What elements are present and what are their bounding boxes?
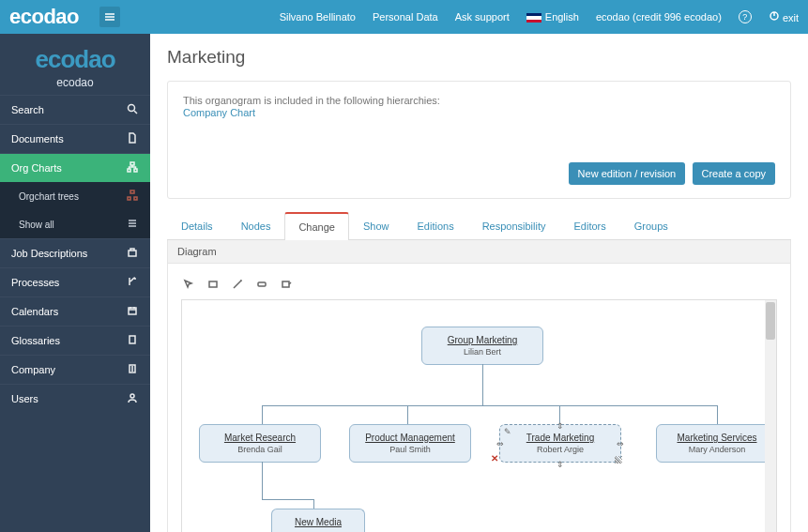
resize-right-handle[interactable]: ⇔ [617, 439, 624, 448]
briefcase-icon [126, 247, 139, 260]
svg-point-11 [130, 394, 134, 398]
sidebar-item-job-descriptions[interactable]: Job Descriptions [0, 238, 150, 267]
sidebar-logo: ecodao [0, 45, 150, 74]
scrollbar-thumb[interactable] [766, 302, 775, 340]
svg-rect-3 [128, 169, 130, 172]
help-icon[interactable]: ? [739, 10, 752, 23]
list-icon [126, 218, 139, 231]
create-copy-button[interactable]: Create a copy [693, 162, 775, 185]
node-title: Trade Marketing [506, 433, 615, 443]
rect-icon [207, 279, 219, 290]
tab-editors[interactable]: Editors [560, 212, 620, 240]
node-title: Group Marketing [428, 335, 537, 345]
tab-responsibility[interactable]: Responsibility [468, 212, 560, 240]
svg-rect-12 [209, 281, 217, 287]
sidebar-item-company[interactable]: Company [0, 355, 150, 384]
tree-icon [126, 190, 139, 203]
resize-corner-handle[interactable] [615, 456, 622, 464]
resize-top-handle[interactable]: ⇕ [556, 421, 564, 431]
svg-rect-6 [128, 197, 130, 200]
tool-rect-button[interactable] [206, 277, 221, 292]
sidebar-item-processes[interactable]: Processes [0, 267, 150, 296]
vertical-scrollbar[interactable] [765, 300, 776, 532]
node-market-research[interactable]: Market Research Brenda Gail [199, 424, 321, 463]
sidebar-subtitle: ecodao [0, 76, 150, 89]
page-title: Marketing [167, 47, 791, 68]
sidebar-item-search[interactable]: Search [0, 95, 150, 124]
document-icon [126, 132, 139, 145]
new-edition-button[interactable]: New edition / revision [569, 162, 686, 185]
svg-rect-13 [258, 282, 266, 286]
node-title: Product Management [356, 433, 465, 443]
sidebar-item-orgchart-trees[interactable]: Orgchart trees [0, 182, 150, 210]
topbar-language[interactable]: English [526, 11, 579, 23]
node-group-marketing[interactable]: Group Marketing Lilian Bert [421, 327, 543, 365]
connector-line [407, 405, 408, 424]
svg-rect-7 [134, 197, 137, 200]
svg-rect-9 [129, 308, 136, 314]
diagram-canvas[interactable]: Group Marketing Lilian Bert Market Resea… [181, 299, 777, 532]
connect-icon [232, 279, 243, 290]
node-person: Robert Argie [506, 445, 615, 454]
tab-show[interactable]: Show [349, 212, 404, 240]
topbar-user[interactable]: Silvano Bellinato [280, 11, 356, 23]
tab-editions[interactable]: Editions [404, 212, 468, 240]
resize-left-handle[interactable]: ⇔ [496, 439, 504, 448]
node-person: Paul Smith [356, 445, 465, 454]
sidebar-item-users[interactable]: Users [0, 384, 150, 413]
note-icon [281, 279, 292, 290]
connector-line [262, 499, 313, 500]
user-icon [126, 392, 139, 405]
sidebar-item-orgcharts[interactable]: Org Charts [0, 153, 150, 182]
tool-label-button[interactable] [254, 277, 269, 292]
sidebar-item-glossaries[interactable]: Glossaries [0, 326, 150, 355]
topbar-credit[interactable]: ecodao (credit 996 ecodao) [596, 11, 722, 23]
tab-nodes[interactable]: Nodes [227, 212, 285, 240]
company-chart-link[interactable]: Company Chart [183, 107, 255, 118]
topbar-personal-data[interactable]: Personal Data [373, 11, 438, 23]
search-icon [126, 103, 139, 116]
connector-line [262, 405, 717, 406]
svg-rect-5 [130, 190, 134, 193]
svg-rect-4 [134, 169, 137, 172]
node-new-media[interactable]: New Media [271, 509, 365, 532]
menu-toggle-button[interactable] [99, 7, 120, 27]
tab-details[interactable]: Details [167, 212, 227, 240]
diagram-header: Diagram [168, 240, 790, 264]
building-icon [126, 363, 139, 376]
svg-point-1 [129, 105, 135, 112]
label-icon [256, 279, 267, 290]
tool-pointer-button[interactable] [181, 277, 196, 292]
hierarchy-note: This organogram is included in the follo… [183, 95, 775, 106]
topbar-ask-support[interactable]: Ask support [455, 11, 510, 23]
topbar-exit[interactable]: exit [769, 10, 799, 23]
connector-line [262, 405, 263, 424]
node-person: Mary Anderson [663, 445, 771, 454]
power-icon [769, 10, 780, 22]
tab-change[interactable]: Change [284, 212, 349, 240]
connector-line [717, 405, 718, 424]
resize-bottom-handle[interactable]: ⇕ [556, 460, 564, 469]
tool-connect-button[interactable] [230, 277, 245, 292]
book-icon [126, 334, 139, 347]
delete-node-button[interactable]: ✕ [491, 453, 498, 464]
sidebar-item-show-all[interactable]: Show all [0, 210, 150, 238]
edit-handle-icon[interactable]: ✎ [504, 427, 511, 436]
svg-rect-8 [129, 251, 136, 256]
sidebar-item-calendars[interactable]: Calendars [0, 296, 150, 326]
orgchart-icon [126, 161, 139, 175]
node-title: Marketing Services [663, 433, 771, 443]
tab-groups[interactable]: Groups [620, 212, 682, 240]
sidebar-item-documents[interactable]: Documents [0, 124, 150, 153]
node-trade-marketing[interactable]: ✎ ⇕ ⇔ ⇔ ⇕ ✕ Trade Marketing Robert Argie [499, 424, 621, 463]
flag-icon [526, 13, 541, 23]
node-person: Brenda Gail [206, 445, 314, 454]
calendar-icon [126, 305, 139, 318]
node-product-management[interactable]: Product Management Paul Smith [349, 424, 471, 463]
tool-note-button[interactable] [279, 277, 294, 292]
node-marketing-services[interactable]: Marketing Services Mary Anderson [656, 424, 777, 463]
hamburger-icon [104, 11, 115, 23]
svg-rect-14 [282, 281, 289, 287]
pointer-icon [183, 279, 194, 290]
app-brand: ecodao [9, 5, 79, 29]
